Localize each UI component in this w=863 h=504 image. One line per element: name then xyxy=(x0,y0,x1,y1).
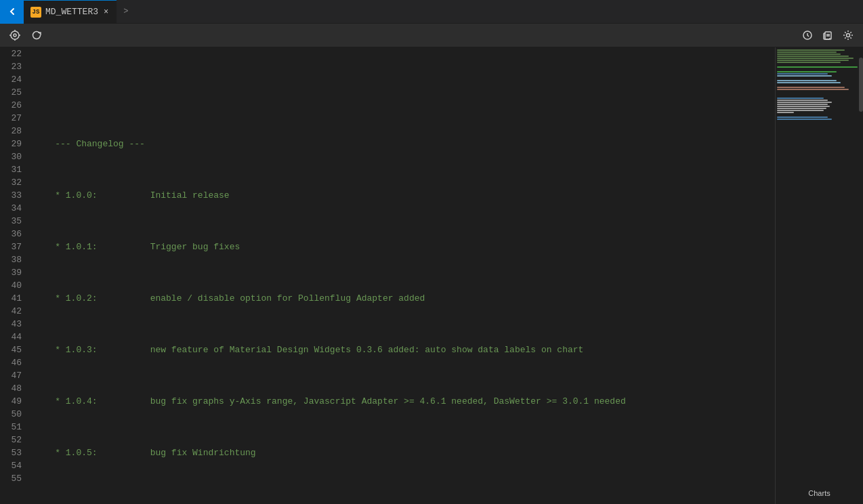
minimap: Charts xyxy=(775,47,863,504)
line-num-32: 32 xyxy=(5,176,22,189)
svg-point-0 xyxy=(11,31,19,39)
back-button[interactable] xyxy=(0,0,24,24)
line-num-40: 40 xyxy=(5,279,22,292)
line-num-29: 29 xyxy=(5,138,22,150)
line-num-41: 41 xyxy=(5,292,22,305)
line-num-49: 49 xyxy=(5,395,22,408)
line-num-39: 39 xyxy=(5,266,22,279)
svg-point-1 xyxy=(14,34,16,37)
line-num-34: 34 xyxy=(5,202,22,215)
code-line-27: * 1.0.3: new feature of Material Design … xyxy=(34,343,775,356)
scrollbar-thumb[interactable] xyxy=(859,58,863,112)
line-num-48: 48 xyxy=(5,382,22,395)
line-num-22: 22 xyxy=(5,47,22,60)
line-num-33: 33 xyxy=(5,189,22,202)
file-tab[interactable]: JS MD_WETTER3 × xyxy=(24,0,117,24)
line-num-23: 23 xyxy=(5,60,22,73)
line-num-26: 26 xyxy=(5,99,22,112)
line-num-31: 31 xyxy=(5,163,22,176)
settings-button[interactable] xyxy=(840,27,856,43)
breadcrumb-chevron: > xyxy=(123,7,128,16)
line-num-43: 43 xyxy=(5,318,22,331)
code-comment: * 1.0.1: Trigger bug fixes xyxy=(34,240,240,253)
line-num-52: 52 xyxy=(5,434,22,446)
line-num-25: 25 xyxy=(5,86,22,99)
line-num-54: 54 xyxy=(5,459,22,472)
code-line-25: * 1.0.1: Trigger bug fixes xyxy=(34,240,775,253)
svg-point-10 xyxy=(847,34,850,37)
line-num-37: 37 xyxy=(5,240,22,253)
code-line-26: * 1.0.2: enable / disable option for Pol… xyxy=(34,292,775,305)
code-editor[interactable]: --- Changelog --- * 1.0.0: Initial relea… xyxy=(28,47,775,504)
code-line-23: --- Changelog --- xyxy=(34,138,775,150)
line-num-27: 27 xyxy=(5,112,22,125)
line-num-24: 24 xyxy=(5,73,22,86)
line-num-44: 44 xyxy=(5,331,22,343)
code-comment: * 1.0.5: bug fix Windrichtung xyxy=(34,446,256,459)
line-num-38: 38 xyxy=(5,253,22,266)
main-content: 22 23 24 25 26 27 28 29 30 31 32 33 34 3… xyxy=(0,47,863,504)
history-button[interactable] xyxy=(799,27,816,43)
line-num-36: 36 xyxy=(5,228,22,240)
line-num-50: 50 xyxy=(5,408,22,421)
code-line-30 xyxy=(34,498,775,504)
line-numbers: 22 23 24 25 26 27 28 29 30 31 32 33 34 3… xyxy=(0,47,28,504)
line-num-28: 28 xyxy=(5,125,22,138)
line-num-47: 47 xyxy=(5,369,22,382)
line-num-51: 51 xyxy=(5,421,22,434)
code-line-22 xyxy=(34,86,775,99)
js-icon: JS xyxy=(30,7,41,18)
code-line-28: * 1.0.4: bug fix graphs y-Axis range, Ja… xyxy=(34,395,775,408)
line-num-45: 45 xyxy=(5,343,22,356)
line-num-46: 46 xyxy=(5,356,22,369)
line-num-53: 53 xyxy=(5,446,22,459)
minimap-charts-label: Charts xyxy=(808,489,830,497)
clipboard-button[interactable] xyxy=(820,27,836,43)
code-line-24: * 1.0.0: Initial release xyxy=(34,189,775,202)
line-num-55: 55 xyxy=(5,472,22,485)
line-num-42: 42 xyxy=(5,305,22,318)
toolbar-right xyxy=(799,27,856,43)
target-button[interactable] xyxy=(7,27,23,43)
toolbar xyxy=(0,24,863,47)
code-comment: * 1.0.0: Initial release xyxy=(34,189,230,202)
line-num-30: 30 xyxy=(5,150,22,163)
tab-name: MD_WETTER3 xyxy=(45,7,98,17)
code-line-29: * 1.0.5: bug fix Windrichtung xyxy=(34,446,775,459)
code-comment: * 1.0.2: enable / disable option for Pol… xyxy=(34,292,425,305)
line-num-35: 35 xyxy=(5,215,22,228)
top-bar: JS MD_WETTER3 × > xyxy=(0,0,863,24)
tab-close-button[interactable]: × xyxy=(102,6,110,18)
code-comment: * 1.0.4: bug fix graphs y-Axis range, Ja… xyxy=(34,395,626,408)
vertical-scrollbar[interactable] xyxy=(858,47,863,504)
refresh-button[interactable] xyxy=(28,27,45,43)
breadcrumb: > xyxy=(117,7,128,16)
code-comment: --- Changelog --- xyxy=(34,138,145,150)
editor-area: 22 23 24 25 26 27 28 29 30 31 32 33 34 3… xyxy=(0,47,775,504)
code-comment: * 1.0.3: new feature of Material Design … xyxy=(34,343,583,356)
